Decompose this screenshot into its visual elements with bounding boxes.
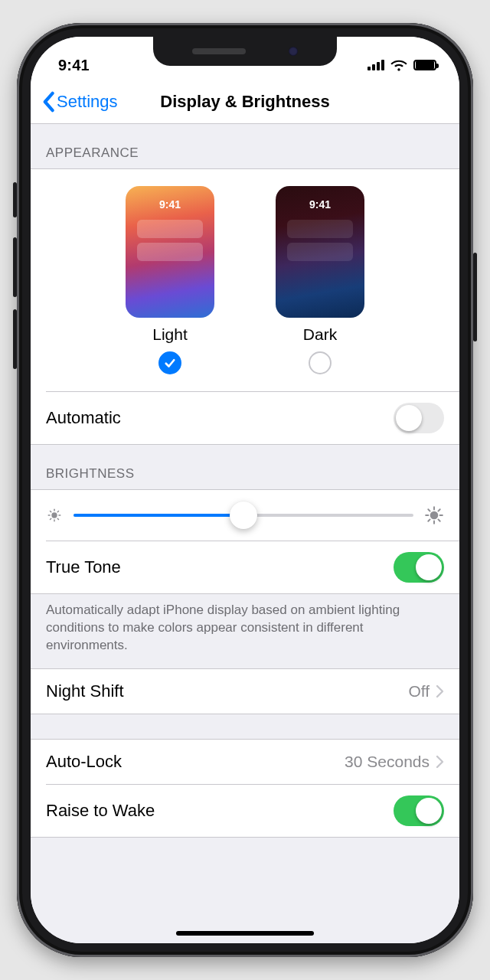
notch bbox=[153, 37, 337, 66]
row-label: Night Shift bbox=[46, 681, 124, 701]
brightness-group: True Tone bbox=[31, 489, 459, 594]
row-value: Off bbox=[408, 682, 430, 701]
appearance-group: 9:41 Light 9:41 bbox=[31, 168, 459, 445]
brightness-slider[interactable] bbox=[74, 514, 413, 517]
appearance-label-dark: Dark bbox=[303, 325, 337, 344]
side-button bbox=[473, 253, 477, 341]
earpiece bbox=[192, 48, 246, 54]
svg-line-5 bbox=[51, 511, 51, 512]
chevron-right-icon bbox=[436, 684, 444, 698]
preview-widget bbox=[287, 243, 353, 261]
back-button[interactable]: Settings bbox=[41, 80, 118, 123]
sun-max-icon bbox=[424, 505, 444, 525]
preview-widget bbox=[287, 220, 353, 238]
row-label: Auto-Lock bbox=[46, 752, 122, 772]
toggle-automatic[interactable] bbox=[394, 403, 444, 433]
preview-time: 9:41 bbox=[159, 198, 181, 211]
nav-bar: Settings Display & Brightness bbox=[31, 80, 459, 124]
preview-dark: 9:41 bbox=[276, 186, 364, 318]
screen: 9:41 Settings Display & Brightness APPEA… bbox=[31, 37, 459, 943]
svg-line-8 bbox=[57, 511, 58, 512]
appearance-option-dark[interactable]: 9:41 Dark bbox=[276, 186, 364, 374]
svg-point-0 bbox=[52, 513, 57, 518]
preview-widget bbox=[137, 243, 203, 261]
section-header-brightness: BRIGHTNESS bbox=[31, 445, 459, 489]
radio-dark[interactable] bbox=[309, 351, 332, 374]
section-header-appearance: APPEARANCE bbox=[31, 124, 459, 168]
row-label: True Tone bbox=[46, 557, 121, 577]
row-label: Automatic bbox=[46, 408, 121, 428]
lock-group: Auto-Lock 30 Seconds Raise to Wake bbox=[31, 739, 459, 838]
device-frame: 9:41 Settings Display & Brightness APPEA… bbox=[17, 23, 473, 957]
slider-thumb[interactable] bbox=[230, 501, 257, 529]
front-camera bbox=[289, 47, 298, 56]
preview-time: 9:41 bbox=[309, 198, 331, 211]
appearance-option-light[interactable]: 9:41 Light bbox=[126, 186, 214, 374]
preview-widget bbox=[137, 220, 203, 238]
row-raise-to-wake: Raise to Wake bbox=[31, 785, 459, 837]
mute-switch bbox=[13, 182, 17, 217]
volume-up-button bbox=[13, 237, 17, 297]
battery-icon bbox=[413, 60, 436, 70]
toggle-raise-to-wake[interactable] bbox=[394, 795, 444, 826]
page-title: Display & Brightness bbox=[160, 92, 329, 112]
cellular-icon bbox=[368, 60, 384, 70]
row-auto-lock[interactable]: Auto-Lock 30 Seconds bbox=[31, 740, 459, 784]
svg-line-15 bbox=[438, 519, 439, 521]
radio-light[interactable] bbox=[158, 351, 181, 374]
row-true-tone: True Tone bbox=[31, 541, 459, 593]
checkmark-icon bbox=[163, 356, 177, 370]
status-time: 9:41 bbox=[58, 57, 90, 74]
toggle-true-tone[interactable] bbox=[394, 552, 444, 583]
svg-line-17 bbox=[438, 509, 439, 511]
volume-down-button bbox=[13, 309, 17, 369]
back-label: Settings bbox=[57, 92, 118, 112]
sun-min-icon bbox=[46, 507, 63, 524]
chevron-left-icon bbox=[41, 91, 55, 113]
svg-point-9 bbox=[431, 512, 438, 519]
appearance-label-light: Light bbox=[152, 325, 188, 344]
content: APPEARANCE 9:41 Light bbox=[31, 124, 459, 943]
preview-light: 9:41 bbox=[126, 186, 214, 318]
svg-line-7 bbox=[51, 518, 51, 519]
row-value: 30 Seconds bbox=[345, 753, 430, 771]
slider-fill bbox=[74, 514, 243, 517]
row-automatic: Automatic bbox=[31, 392, 459, 444]
home-indicator[interactable] bbox=[176, 931, 314, 936]
brightness-slider-row bbox=[31, 490, 459, 541]
wifi-icon bbox=[390, 59, 407, 71]
svg-line-6 bbox=[57, 518, 58, 519]
svg-line-14 bbox=[428, 509, 430, 511]
row-night-shift[interactable]: Night Shift Off bbox=[31, 669, 459, 714]
chevron-right-icon bbox=[436, 755, 444, 769]
svg-line-16 bbox=[428, 519, 430, 521]
row-label: Raise to Wake bbox=[46, 801, 155, 821]
true-tone-description: Automatically adapt iPhone display based… bbox=[31, 594, 459, 668]
night-shift-group: Night Shift Off bbox=[31, 668, 459, 714]
